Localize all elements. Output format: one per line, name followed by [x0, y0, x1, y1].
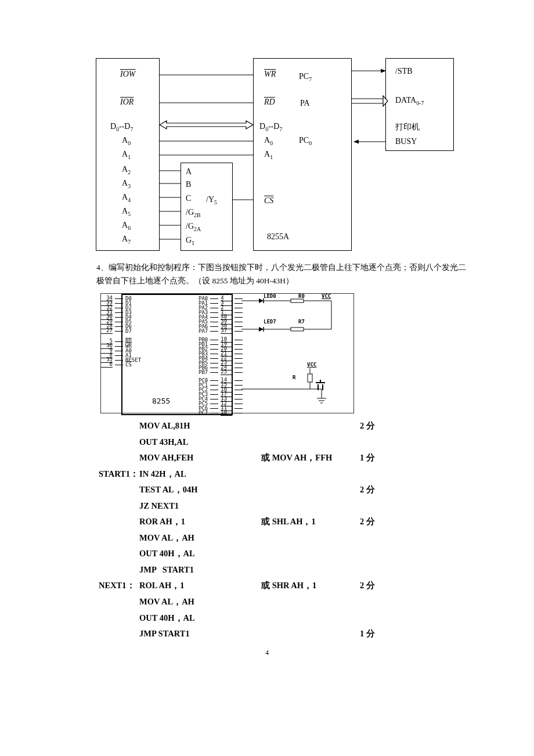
asm-instr: OUT 40H，AL	[139, 546, 261, 562]
asm-alt	[261, 434, 360, 451]
asm-alt	[261, 594, 360, 610]
asm-instr: ROL AH，1	[139, 578, 261, 594]
sig-pa: PA	[300, 99, 310, 108]
asm-alt	[261, 482, 360, 498]
asm-label	[99, 610, 139, 627]
wires-decoder	[160, 163, 255, 255]
question-text-a: 编写初始化和控制程序：下图当按钮按下时，八个发光二极管自上往下地逐个点亮；否则八…	[109, 263, 466, 272]
decoder-row-2: C	[186, 194, 191, 203]
asm-score: 2 分	[360, 578, 418, 594]
question-4: 4、编写初始化和控制程序：下图当按钮按下时，八个发光二极管自上往下地逐个点亮；否…	[96, 261, 468, 288]
asm-label	[99, 498, 139, 514]
decoder-row-4: /G2A	[186, 222, 201, 232]
asm-line-3: START1：IN 42H，AL	[99, 466, 470, 483]
sig-a1: A1	[122, 150, 131, 160]
asm-label	[99, 562, 139, 578]
sig-ior: IOR	[120, 98, 134, 107]
asm-line-8: OUT 40H，AL	[99, 546, 470, 562]
asm-alt: 或 SHL AH，1	[261, 514, 360, 530]
asm-alt	[261, 610, 360, 627]
asm-instr: MOV AL，AH	[139, 594, 261, 610]
printer-label: 打印机	[395, 122, 420, 132]
sig-a2: A2	[122, 165, 131, 175]
asm-line-11: MOV AL，AH	[99, 594, 470, 610]
asm-instr: JMP START1	[139, 562, 261, 578]
asm-score	[360, 594, 418, 610]
page-number: 4	[0, 649, 534, 657]
asm-score	[360, 530, 418, 546]
led-net	[241, 297, 346, 338]
svg-marker-15	[383, 96, 388, 106]
printer-data: DATA0-7	[395, 96, 424, 106]
pinout-chip-name: 8255	[152, 397, 170, 405]
sig-cs: CS	[264, 196, 273, 206]
asm-label	[99, 450, 139, 466]
question-text-b: 极管自下往上地逐个点亮。（设 8255 地址为 40H-43H）	[96, 276, 294, 285]
asm-label: START1：	[99, 466, 139, 483]
asm-line-12: OUT 40H，AL	[99, 610, 470, 627]
asm-label	[99, 434, 139, 451]
asm-line-1: OUT 43H,AL	[99, 434, 470, 451]
asm-alt	[261, 418, 360, 434]
asm-score	[360, 498, 418, 514]
asm-instr: IN 42H，AL	[139, 466, 261, 483]
asm-line-2: MOV AH,FEH或 MOV AH，FFH1 分	[99, 450, 470, 466]
svg-marker-2	[160, 121, 253, 129]
sig-pc7: PC7	[299, 72, 312, 82]
asm-alt	[261, 546, 360, 562]
asm-instr: TEST AL，04H	[139, 482, 261, 498]
sig-d07-left: D0--D7	[110, 122, 133, 132]
button-net	[241, 368, 334, 412]
asm-instr: MOV AH,FEH	[139, 450, 261, 466]
asm-label	[99, 530, 139, 546]
sig-rd: RD	[264, 98, 275, 107]
asm-label	[99, 514, 139, 530]
asm-score: 2 分	[360, 514, 418, 530]
asm-label	[99, 594, 139, 610]
pinout-figure: 8255 34D033D132D231D330D429D528D627D7 5R…	[100, 293, 354, 413]
asm-instr: OUT 40H，AL	[139, 610, 261, 627]
asm-line-9: JMP START1	[99, 562, 470, 578]
sig-a3: A3	[122, 179, 131, 189]
asm-score: 2 分	[360, 418, 418, 434]
svg-rect-21	[291, 299, 304, 303]
asm-alt	[261, 562, 360, 578]
asm-score: 1 分	[360, 626, 418, 642]
asm-instr: MOV AL，AH	[139, 530, 261, 546]
asm-score	[360, 610, 418, 627]
asm-alt: 或 SHR AH，1	[261, 578, 360, 594]
asm-label: NEXT1：	[99, 578, 139, 594]
asm-alt	[261, 626, 360, 642]
decoder-row-1: B	[186, 180, 191, 189]
sig-iow: IOW	[120, 70, 135, 79]
page: IOW IOR D0--D7 /Y5 WR RD D0--D7 A0 A1 CS…	[0, 0, 534, 756]
asm-line-13: JMP START11 分	[99, 626, 470, 642]
asm-line-10: NEXT1：ROL AH，1或 SHR AH，12 分	[99, 578, 470, 594]
asm-label	[99, 418, 139, 434]
sig-a0: A0	[122, 136, 131, 146]
asm-alt	[261, 498, 360, 514]
svg-marker-18	[259, 298, 264, 303]
asm-listing: MOV AL,81H2 分OUT 43H,ALMOV AH,FEH或 MOV A…	[99, 418, 470, 642]
sig-a5: A5	[122, 207, 131, 217]
asm-instr: JZ NEXT1	[139, 498, 261, 514]
sig-a7: A7	[122, 235, 131, 245]
question-num: 4、	[96, 263, 109, 272]
svg-rect-33	[308, 374, 312, 382]
svg-marker-25	[259, 327, 264, 332]
asm-instr: MOV AL,81H	[139, 418, 261, 434]
label-vcc2: VCC	[307, 362, 316, 368]
asm-line-6: ROR AH，1或 SHL AH，12 分	[99, 514, 470, 530]
asm-score	[360, 546, 418, 562]
asm-line-7: MOV AL，AH	[99, 530, 470, 546]
sig-a4: A4	[122, 193, 131, 203]
wires-chip-printer	[352, 58, 388, 157]
sig-pc0: PC0	[299, 136, 312, 146]
asm-label	[99, 546, 139, 562]
sig-d07-chip: D0--D7	[259, 122, 282, 132]
asm-score	[360, 466, 418, 483]
asm-score	[360, 434, 418, 451]
asm-score	[360, 562, 418, 578]
asm-score: 1 分	[360, 450, 418, 466]
asm-alt	[261, 530, 360, 546]
